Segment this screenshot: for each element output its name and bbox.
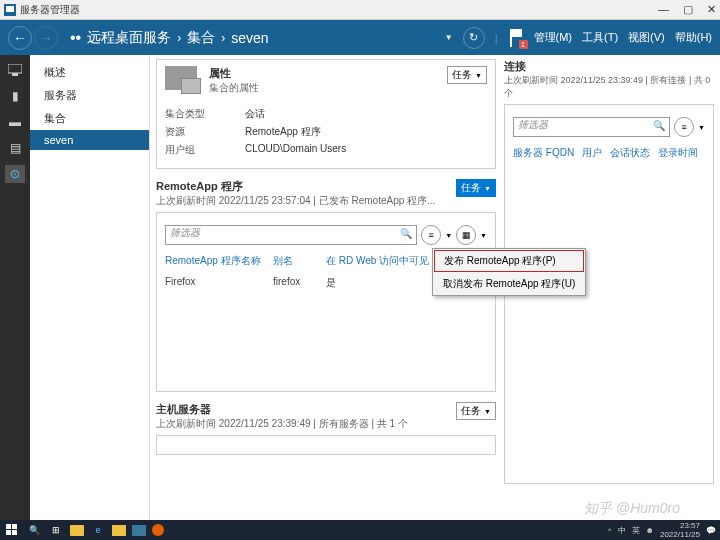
rail-rds-icon[interactable]: ⊙ bbox=[5, 165, 25, 183]
chevron-icon: › bbox=[177, 31, 181, 45]
explorer-icon[interactable] bbox=[70, 525, 84, 536]
close-button[interactable]: ✕ bbox=[707, 3, 716, 16]
rail-servers-icon[interactable]: ▬ bbox=[5, 113, 25, 131]
sidebar-item-collections[interactable]: 集合 bbox=[30, 107, 149, 130]
dropdown-icon[interactable]: ▼ bbox=[445, 33, 453, 42]
remoteapp-sub: 上次刷新时间 2022/11/25 23:57:04 | 已发布 RemoteA… bbox=[156, 194, 496, 208]
rail-dashboard-icon[interactable] bbox=[5, 61, 25, 79]
breadcrumb-2[interactable]: seven bbox=[231, 30, 268, 46]
taskview-icon[interactable]: ⊞ bbox=[48, 523, 64, 537]
app-icon bbox=[4, 4, 16, 16]
svg-rect-7 bbox=[12, 530, 17, 535]
watermark: 知乎 @Hum0ro bbox=[584, 500, 680, 518]
properties-card: 任务▼ 属性 集合的属性 集合类型会话 资源RemoteApp 程序 用户组CL… bbox=[156, 59, 496, 169]
titlebar: 服务器管理器 — ▢ ✕ bbox=[0, 0, 720, 20]
search-icon[interactable]: 🔍 bbox=[653, 120, 665, 131]
ime-lang2[interactable]: 英 bbox=[632, 525, 640, 536]
filter-btn-1[interactable]: ≡ bbox=[421, 225, 441, 245]
refresh-button[interactable]: ↻ bbox=[463, 27, 485, 49]
properties-tasks-button[interactable]: 任务▼ bbox=[447, 66, 487, 84]
rail-files-icon[interactable]: ▤ bbox=[5, 139, 25, 157]
hosts-tasks-button[interactable]: 任务▼ bbox=[456, 402, 496, 420]
separator: | bbox=[495, 32, 498, 44]
properties-sub: 集合的属性 bbox=[209, 81, 259, 95]
sidebar: 概述 服务器 集合 seven bbox=[30, 55, 150, 520]
firefox-icon[interactable] bbox=[152, 524, 164, 536]
edge-icon[interactable]: e bbox=[90, 523, 106, 537]
svg-rect-4 bbox=[6, 524, 11, 529]
search-icon[interactable]: 🔍 bbox=[400, 228, 412, 239]
search-icon[interactable]: 🔍 bbox=[26, 523, 42, 537]
menu-view[interactable]: 视图(V) bbox=[628, 30, 665, 45]
breadcrumb-1[interactable]: 集合 bbox=[187, 29, 215, 47]
breadcrumb: •• 远程桌面服务 › 集合 › seven bbox=[70, 29, 445, 47]
minimize-button[interactable]: — bbox=[658, 3, 669, 16]
connections-title: 连接 bbox=[504, 59, 714, 74]
connections-filter-input[interactable]: 筛选器🔍 bbox=[513, 117, 670, 137]
svg-rect-5 bbox=[12, 524, 17, 529]
menu-tools[interactable]: 工具(T) bbox=[582, 30, 618, 45]
sidebar-item-overview[interactable]: 概述 bbox=[30, 61, 149, 84]
connections-sub: 上次刷新时间 2022/11/25 23:39:49 | 所有连接 | 共 0 … bbox=[504, 74, 714, 100]
forward-button[interactable]: → bbox=[34, 26, 58, 50]
filter-btn-2[interactable]: ▦ bbox=[456, 225, 476, 245]
remoteapp-title: RemoteApp 程序 bbox=[156, 179, 496, 194]
remoteapp-filter-bar: 筛选器🔍 ≡▼ ▦▼ bbox=[165, 225, 487, 245]
remoteapp-tasks-button[interactable]: 任务▼ bbox=[456, 179, 496, 197]
back-button[interactable]: ← bbox=[8, 26, 32, 50]
hosts-title: 主机服务器 bbox=[156, 402, 496, 417]
remoteapp-filter-input[interactable]: 筛选器🔍 bbox=[165, 225, 417, 245]
notifications-flag-icon[interactable]: 1 bbox=[508, 29, 524, 47]
properties-icon bbox=[165, 66, 197, 90]
bullet-icon: •• bbox=[70, 29, 81, 47]
clock-time[interactable]: 23:57 bbox=[660, 521, 700, 530]
menu-help[interactable]: 帮助(H) bbox=[675, 30, 712, 45]
chevron-icon: › bbox=[221, 31, 225, 45]
hosts-section: 任务▼ 主机服务器 上次刷新时间 2022/11/25 23:39:49 | 所… bbox=[156, 402, 496, 455]
header: ← → •• 远程桌面服务 › 集合 › seven ▼ ↻ | 1 管理(M)… bbox=[0, 20, 720, 55]
svg-rect-6 bbox=[6, 530, 11, 535]
window-title: 服务器管理器 bbox=[20, 3, 658, 17]
maximize-button[interactable]: ▢ bbox=[683, 3, 693, 16]
ime-mode-icon[interactable]: ☻ bbox=[646, 526, 654, 535]
notification-icon[interactable]: 💬 bbox=[706, 526, 716, 535]
conn-filter-btn[interactable]: ≡ bbox=[674, 117, 694, 137]
server-manager-icon[interactable] bbox=[132, 525, 146, 536]
properties-grid: 集合类型会话 资源RemoteApp 程序 用户组CLOUD\Domain Us… bbox=[165, 105, 487, 159]
breadcrumb-0[interactable]: 远程桌面服务 bbox=[87, 29, 171, 47]
hosts-sub: 上次刷新时间 2022/11/25 23:39:49 | 所有服务器 | 共 1… bbox=[156, 417, 496, 431]
sidebar-item-seven[interactable]: seven bbox=[30, 130, 149, 150]
svg-rect-1 bbox=[6, 6, 14, 12]
taskbar: 🔍 ⊞ e ^ 中 英 ☻ 23:57 2022/11/25 💬 bbox=[0, 520, 720, 540]
menu-publish-remoteapp[interactable]: 发布 RemoteApp 程序(P) bbox=[434, 250, 584, 272]
left-rail: ▮ ▬ ▤ ⊙ bbox=[0, 55, 30, 520]
clock-date[interactable]: 2022/11/25 bbox=[660, 530, 700, 539]
properties-title: 属性 bbox=[209, 66, 259, 81]
sidebar-item-servers[interactable]: 服务器 bbox=[30, 84, 149, 107]
tasks-dropdown-menu: 发布 RemoteApp 程序(P) 取消发布 RemoteApp 程序(U) bbox=[432, 248, 586, 296]
rail-local-icon[interactable]: ▮ bbox=[5, 87, 25, 105]
menu-manage[interactable]: 管理(M) bbox=[534, 30, 573, 45]
connections-columns: 服务器 FQDN 用户 会话状态 登录时间 断开连接时 bbox=[513, 143, 705, 163]
ime-lang1[interactable]: 中 bbox=[618, 525, 626, 536]
tray-up-icon[interactable]: ^ bbox=[608, 526, 612, 535]
window-controls: — ▢ ✕ bbox=[658, 3, 716, 16]
header-right: ▼ ↻ | 1 管理(M) 工具(T) 视图(V) 帮助(H) bbox=[445, 27, 712, 49]
svg-rect-3 bbox=[12, 73, 18, 76]
menu-unpublish-remoteapp[interactable]: 取消发布 RemoteApp 程序(U) bbox=[433, 273, 585, 295]
store-icon[interactable] bbox=[112, 525, 126, 536]
svg-rect-2 bbox=[8, 64, 22, 73]
start-button[interactable] bbox=[4, 523, 20, 537]
